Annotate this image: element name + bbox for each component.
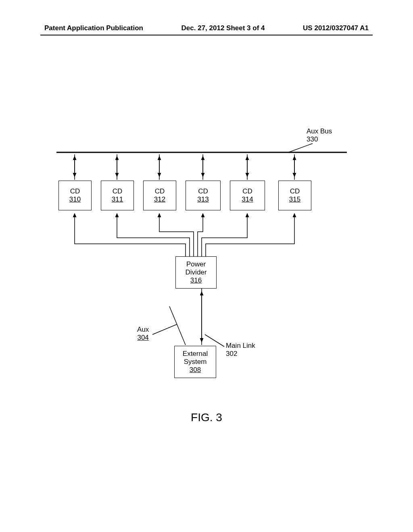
- svg-line-1: [288, 143, 313, 152]
- svg-line-17: [152, 324, 177, 335]
- svg-line-16: [169, 306, 186, 345]
- diagram-lines: [0, 0, 413, 532]
- figure-diagram: Aux Bus 330 CD 310 CD 311 CD 312 CD 313 …: [0, 0, 413, 532]
- figure-caption: FIG. 3: [0, 411, 413, 424]
- svg-line-18: [205, 335, 224, 347]
